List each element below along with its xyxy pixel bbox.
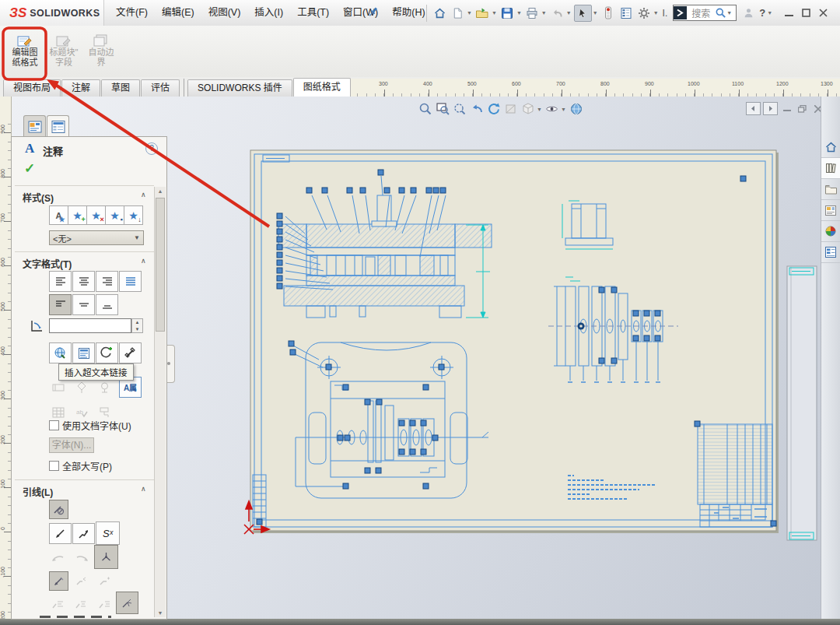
apply-default-style-button[interactable]: A★ <box>49 205 68 225</box>
zoom-fit-button[interactable] <box>417 100 434 118</box>
gear-dropdown-caret[interactable]: ▼ <box>653 10 659 16</box>
use-document-font-checkbox[interactable] <box>49 420 59 430</box>
title-block-fields-button[interactable]: 标题块" 字段 <box>45 29 82 74</box>
multi-jog-leader-button[interactable] <box>94 545 118 569</box>
scrollbar-down-icon[interactable]: ▼ <box>155 610 166 616</box>
new-dropdown-caret[interactable]: ▼ <box>467 10 472 16</box>
search-input[interactable]: 搜索 <box>691 6 710 19</box>
new-document-button[interactable] <box>450 5 466 21</box>
ok-check-icon[interactable]: ✓ <box>24 160 35 177</box>
edit-sheet-format-button[interactable]: 编辑图 纸格式 <box>6 29 44 74</box>
menu-file[interactable]: 文件(F) <box>109 0 155 26</box>
rotate-view-button[interactable] <box>485 100 502 118</box>
use-document-font-label[interactable]: 使用文档字体(U) <box>62 419 131 432</box>
load-style-button[interactable]: ★↓ <box>124 205 143 225</box>
style-section-header[interactable]: 样式(S) <box>12 191 54 204</box>
bent-leader-button[interactable] <box>72 523 95 544</box>
menu-tools[interactable]: 工具(T) <box>290 0 336 26</box>
hide-show-items-button[interactable] <box>544 100 561 118</box>
all-caps-label[interactable]: 全部大写(P) <box>62 459 112 472</box>
custom-properties-button[interactable] <box>821 242 840 263</box>
all-caps-checkbox[interactable] <box>49 461 59 471</box>
save-style-button[interactable]: ★▪ <box>105 205 124 225</box>
panel-scrollbar[interactable]: ▲ ▼ <box>154 187 166 617</box>
document-restore-button[interactable] <box>796 103 809 114</box>
print-button[interactable] <box>524 5 541 21</box>
user-account-button[interactable] <box>740 5 757 21</box>
align-middle-button[interactable] <box>72 294 95 315</box>
view-settings-button[interactable] <box>568 100 585 118</box>
menu-view[interactable]: 视图(V) <box>201 0 248 26</box>
task-list-button[interactable] <box>618 5 635 21</box>
scrollbar-up-icon[interactable]: ▲ <box>155 188 166 194</box>
display-style-button[interactable] <box>520 100 537 118</box>
tab-annotation[interactable]: 注解 <box>61 79 100 97</box>
close-button[interactable] <box>814 5 831 21</box>
no-leader-button[interactable] <box>49 500 68 519</box>
undo-button[interactable] <box>549 5 565 21</box>
font-button[interactable]: 字体(N)... <box>49 437 94 453</box>
unlink-button[interactable] <box>119 342 142 363</box>
help-dropdown-caret[interactable]: ▼ <box>767 10 772 16</box>
leader-collapse-icon[interactable]: ∧ <box>141 485 146 493</box>
auto-border-button[interactable]: 自动边 界 <box>82 29 120 74</box>
leader-left-button[interactable] <box>49 571 68 591</box>
justify-button[interactable] <box>119 271 142 292</box>
settings-gear-button[interactable] <box>636 5 653 21</box>
search-magnifier-icon[interactable] <box>715 7 726 19</box>
align-center-button[interactable] <box>72 271 95 292</box>
select-tool-button[interactable] <box>574 5 592 22</box>
search-box[interactable]: 搜索 ▼ <box>673 5 737 21</box>
align-left-button[interactable] <box>49 271 72 292</box>
angle-input[interactable] <box>49 318 131 333</box>
zoom-selection-button[interactable] <box>451 100 468 118</box>
style-dropdown[interactable]: <无> ▼ <box>49 230 144 245</box>
display-style-caret[interactable]: ▼ <box>537 107 542 112</box>
feature-manager-tab[interactable] <box>23 115 46 138</box>
search-dropdown-caret[interactable]: ▼ <box>726 10 732 16</box>
insert-geometric-tolerance-button[interactable] <box>96 342 118 363</box>
scroll-right-button[interactable] <box>763 102 778 115</box>
save-dropdown-caret[interactable]: ▼ <box>516 10 522 16</box>
home-button[interactable] <box>432 5 448 21</box>
document-minimize-button[interactable] <box>780 103 793 114</box>
scrollbar-thumb[interactable] <box>156 198 165 332</box>
select-dropdown-caret[interactable]: ▼ <box>593 10 598 16</box>
property-manager-tab[interactable] <box>47 115 69 138</box>
open-dropdown-caret[interactable]: ▼ <box>492 10 497 16</box>
help-button[interactable]: ? <box>759 7 765 19</box>
minimize-button[interactable] <box>780 5 797 21</box>
appearances-button[interactable] <box>821 221 840 242</box>
zoom-area-button[interactable] <box>434 100 451 118</box>
tab-sketch[interactable]: 草图 <box>101 79 140 97</box>
instant2d-button[interactable]: I. <box>663 8 668 19</box>
straight-leader-button[interactable] <box>49 523 72 544</box>
align-bottom-button[interactable] <box>96 294 118 315</box>
scroll-left-button[interactable] <box>746 102 761 115</box>
auto-leader-button[interactable] <box>116 592 138 614</box>
tab-sheet-format[interactable]: 图纸格式 <box>293 78 351 97</box>
previous-view-button[interactable] <box>468 100 485 118</box>
add-style-button[interactable]: ★+ <box>68 205 87 225</box>
save-button[interactable] <box>499 5 516 21</box>
style-collapse-icon[interactable]: ∧ <box>141 191 146 198</box>
pin-menubar-icon[interactable] <box>367 5 380 23</box>
view-palette-button[interactable] <box>821 200 840 221</box>
hide-show-caret[interactable]: ▼ <box>561 107 566 112</box>
undo-dropdown-caret[interactable]: ▼ <box>566 10 572 16</box>
align-top-button[interactable] <box>49 294 72 315</box>
text-format-collapse-icon[interactable]: ∧ <box>141 257 146 265</box>
delete-style-button[interactable]: ★× <box>86 205 106 225</box>
menu-edit[interactable]: 编辑(E) <box>155 0 201 26</box>
angle-spinner[interactable]: ▲▼ <box>131 318 143 333</box>
leader-section-header[interactable]: 引线(L) <box>12 485 53 498</box>
taskpane-home-button[interactable] <box>821 137 840 158</box>
tab-solidworks-addins[interactable]: SOLIDWORKS 插件 <box>187 79 292 97</box>
open-button[interactable] <box>474 5 491 21</box>
tab-evaluate[interactable]: 评估 <box>141 79 180 97</box>
file-explorer-button[interactable] <box>821 179 840 200</box>
align-right-button[interactable] <box>96 271 118 292</box>
menu-insert[interactable]: 插入(I) <box>247 0 290 26</box>
insert-hyperlink-button[interactable] <box>49 342 72 363</box>
print-dropdown-caret[interactable]: ▼ <box>541 10 547 16</box>
